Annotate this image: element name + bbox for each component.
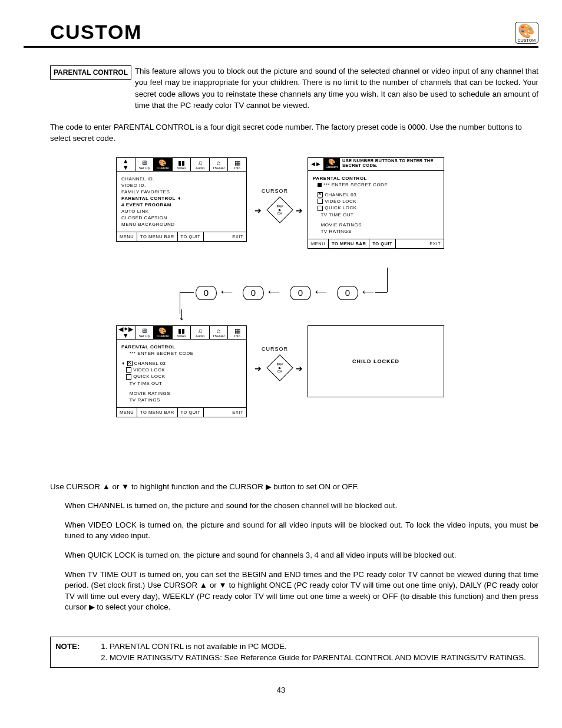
code-instruction: The code to enter PARENTAL CONTROL is a … bbox=[50, 121, 538, 144]
para-quicklock: When QUICK LOCK is turned on, the pictur… bbox=[65, 550, 538, 561]
tab-video: ▮▮Video bbox=[173, 158, 191, 171]
tab-info: ▦Info bbox=[228, 158, 246, 171]
tab-theater: ⌂Theater bbox=[210, 158, 229, 171]
code-digit-4: 0 bbox=[337, 286, 358, 300]
arrow-right-icon: ➔ bbox=[296, 206, 303, 215]
para-videolock: When VIDEO LOCK is turned on, the pictur… bbox=[65, 520, 538, 542]
intro-text: This feature allows you to block out the… bbox=[135, 65, 538, 111]
secret-code-msg: USE NUMBER BUTTONS TO ENTER THE SECRET C… bbox=[340, 158, 444, 170]
fav-button-2: FAV▶CH bbox=[266, 354, 293, 381]
note-label: NOTE: bbox=[55, 641, 97, 664]
custom-icon: 🎨 CUSTOM bbox=[515, 22, 538, 44]
note-list: PARENTAL CONTRL is not available in PC M… bbox=[97, 641, 526, 664]
parental-control-label: PARENTAL CONTROL bbox=[50, 65, 131, 80]
code-digit-1: 0 bbox=[196, 286, 217, 300]
code-digit-3: 0 bbox=[290, 286, 311, 300]
page-number: 43 bbox=[24, 686, 538, 694]
menu-screen-1: ▲▼ 🖥Set Up 🎨Custom ▮▮Video ♫Audio ⌂Theat… bbox=[116, 157, 247, 242]
child-locked-screen: CHILD LOCKED bbox=[308, 325, 444, 397]
tab-setup: 🖥Set Up bbox=[135, 158, 154, 171]
nav-lr-icon: ◀ ▶ bbox=[308, 158, 324, 170]
fav-button-1: FAV▶CH bbox=[266, 196, 293, 223]
pc-items: PARENTAL CONTROL *** ENTER SECRET CODE C… bbox=[308, 171, 444, 239]
cursor-label-2: CURSOR bbox=[262, 346, 288, 352]
nav-arrows-icon: ▲▼ bbox=[117, 158, 135, 171]
page-header: CUSTOM 🎨 CUSTOM bbox=[24, 21, 538, 48]
note-box: NOTE: PARENTAL CONTRL is not available i… bbox=[50, 637, 538, 668]
para-cursor: Use CURSOR ▲ or ▼ to highlight function … bbox=[50, 482, 538, 493]
tab-audio: ♫Audio bbox=[191, 158, 210, 171]
tab-custom-sel: 🎨Custom bbox=[324, 158, 340, 170]
page-title: CUSTOM bbox=[24, 21, 142, 44]
menu-footer: MENUTO MENU BARTO QUITEXIT bbox=[117, 232, 246, 241]
menu-items: CHANNEL ID. VIDEO ID. FAMILY FAVORITES P… bbox=[117, 172, 246, 232]
para-channel: When CHANNEL is turned on, the picture a… bbox=[65, 500, 538, 512]
para-tvtimeout: When TV TIME OUT is turned on, you can s… bbox=[65, 569, 538, 613]
intro-section: PARENTAL CONTROL This feature allows you… bbox=[50, 65, 538, 111]
code-digit-2: 0 bbox=[243, 286, 264, 300]
menu-tabs: ▲▼ 🖥Set Up 🎨Custom ▮▮Video ♫Audio ⌂Theat… bbox=[117, 158, 246, 172]
cursor-label-1: CURSOR bbox=[262, 188, 288, 194]
menu-screen-3: ◀✦▶▼ 🖥Set Up 🎨Custom ▮▮Video ♫Audio ⌂The… bbox=[116, 325, 247, 417]
palette-icon: 🎨 bbox=[518, 24, 535, 38]
tab-custom: 🎨Custom bbox=[154, 158, 173, 171]
diagram: ▲▼ 🖥Set Up 🎨Custom ▮▮Video ♫Audio ⌂Theat… bbox=[116, 157, 446, 464]
arrow-right-icon: ➔ bbox=[254, 206, 262, 215]
menu-screen-2: ◀ ▶ 🎨Custom USE NUMBER BUTTONS TO ENTER … bbox=[308, 157, 444, 249]
